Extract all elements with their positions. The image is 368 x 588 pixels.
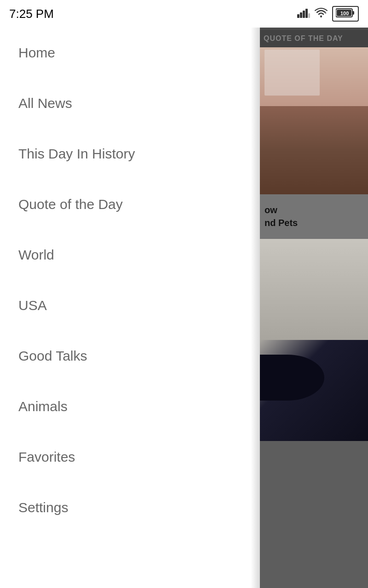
sidebar-item-favorites-label: Favorites: [18, 449, 75, 464]
status-icons: 100: [297, 6, 359, 22]
sidebar-item-animals[interactable]: Animals: [0, 381, 260, 432]
status-time: 7:25 PM: [9, 7, 54, 21]
sidebar-item-animals-label: Animals: [18, 399, 68, 414]
sidebar-item-usa-label: USA: [18, 298, 47, 313]
sidebar-drawer: Home All News This Day In History Quote …: [0, 0, 260, 588]
sidebar-item-settings-label: Settings: [18, 500, 68, 515]
svg-rect-7: [352, 11, 354, 15]
sidebar-item-this-day-in-history-label: This Day In History: [18, 146, 135, 161]
sidebar-item-this-day-in-history[interactable]: This Day In History: [0, 129, 260, 179]
background-content: < ⚲ QUOTE OF THE DAY ow nd Pets: [260, 0, 368, 588]
svg-text:100: 100: [340, 11, 349, 16]
svg-rect-1: [300, 12, 302, 18]
svg-point-5: [320, 16, 322, 17]
menu-list: Home All News This Day In History Quote …: [0, 28, 260, 533]
sidebar-item-quote-of-the-day-label: Quote of the Day: [18, 197, 123, 212]
sidebar-item-world[interactable]: World: [0, 230, 260, 280]
sidebar-item-settings[interactable]: Settings: [0, 482, 260, 533]
signal-icon: [297, 8, 310, 20]
svg-rect-4: [308, 13, 310, 18]
svg-rect-2: [303, 11, 305, 18]
svg-rect-0: [297, 14, 299, 18]
battery-icon: 100: [332, 6, 359, 22]
sidebar-item-home-label: Home: [18, 45, 55, 60]
snippet-line2: nd Pets: [264, 216, 363, 229]
sidebar-item-world-label: World: [18, 247, 54, 262]
article-image-car: [260, 239, 368, 441]
sidebar-item-good-talks-label: Good Talks: [18, 348, 87, 363]
article-snippet: ow nd Pets: [260, 194, 368, 238]
sidebar-item-usa[interactable]: USA: [0, 280, 260, 331]
snippet-line1: ow: [264, 204, 363, 216]
sidebar-item-favorites[interactable]: Favorites: [0, 432, 260, 482]
wifi-icon: [315, 8, 328, 20]
status-bar: 7:25 PM: [0, 0, 368, 28]
sidebar-item-quote-of-the-day[interactable]: Quote of the Day: [0, 179, 260, 230]
sidebar-item-all-news[interactable]: All News: [0, 78, 260, 129]
sidebar-item-home[interactable]: Home: [0, 28, 260, 78]
quote-of-day-label: QUOTE OF THE DAY: [260, 30, 368, 47]
sidebar-item-good-talks[interactable]: Good Talks: [0, 331, 260, 381]
svg-rect-3: [305, 9, 308, 18]
sidebar-item-all-news-label: All News: [18, 96, 72, 111]
quote-image: [260, 47, 368, 194]
